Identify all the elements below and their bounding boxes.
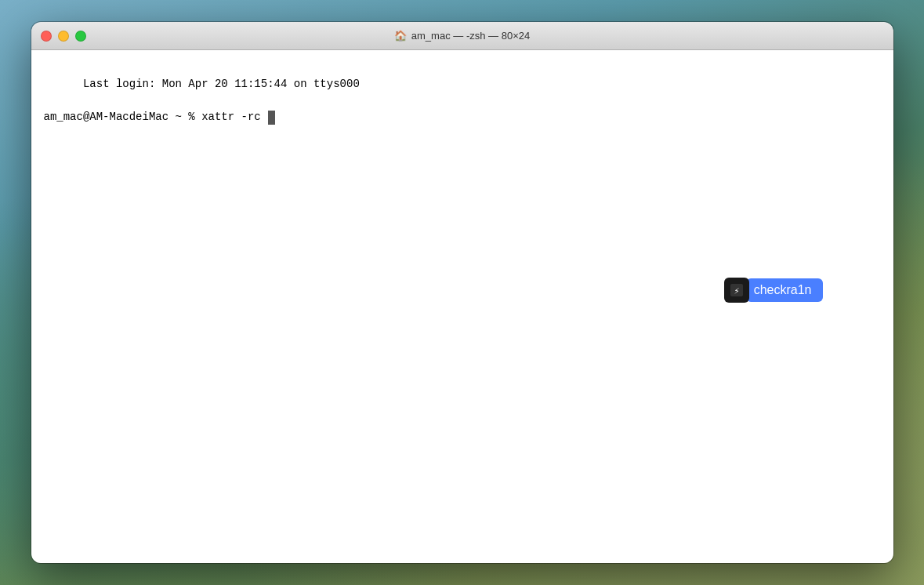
terminal-window: 🏠 am_mac — -zsh — 80×24 Last login: Mon … [31,22,893,563]
title-bar: 🏠 am_mac — -zsh — 80×24 [31,22,893,50]
terminal-prompt: am_mac@AM-MacdeiMac ~ % [44,109,202,125]
checkra1n-tooltip: checkra1n [746,278,823,302]
terminal-command: xattr -rc [201,109,267,125]
terminal-line-2: am_mac@AM-MacdeiMac ~ % xattr -rc [44,109,881,125]
svg-text:⚡: ⚡ [734,286,739,297]
window-title: am_mac — -zsh — 80×24 [411,30,530,42]
terminal-cursor [268,111,275,125]
terminal-line-1: Last login: Mon Apr 20 11:15:44 on ttys0… [44,60,881,109]
tooltip-container: ⚡ checkra1n [724,278,823,303]
traffic-lights [41,31,86,42]
close-button[interactable] [41,31,52,42]
home-icon: 🏠 [394,30,407,42]
title-bar-text: 🏠 am_mac — -zsh — 80×24 [394,30,530,42]
maximize-button[interactable] [75,31,86,42]
checkra1n-icon: ⚡ [724,278,749,303]
minimize-button[interactable] [58,31,69,42]
terminal-body[interactable]: Last login: Mon Apr 20 11:15:44 on ttys0… [31,50,893,563]
